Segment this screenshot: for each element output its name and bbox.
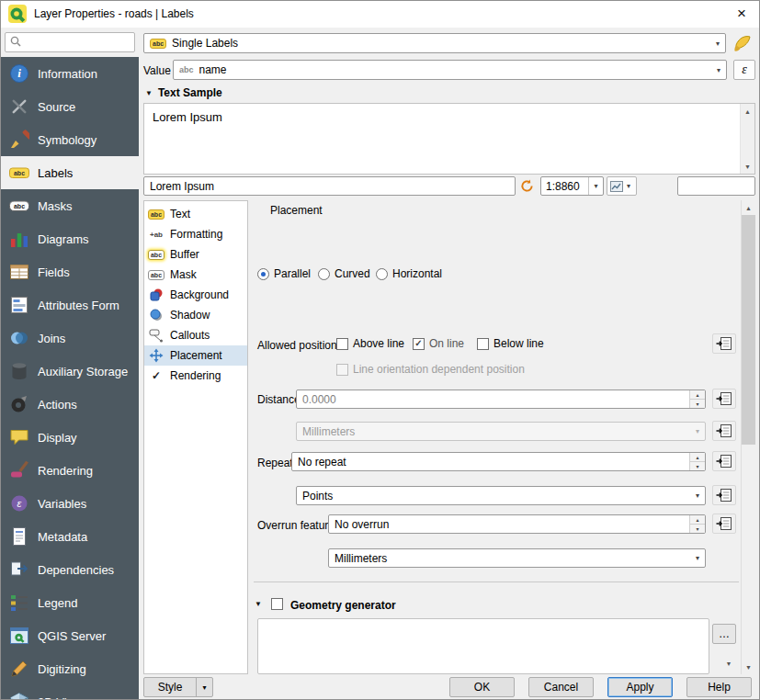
tab-mask[interactable]: abc Mask: [144, 265, 247, 285]
scale-combo[interactable]: 1:8860 ▾: [540, 176, 604, 196]
sidebar-item-qgis-server[interactable]: QGIS Server: [0, 619, 139, 652]
shadow-icon: [147, 308, 165, 322]
3d-view-icon: [9, 692, 29, 700]
tab-formatting[interactable]: +ab Formatting: [144, 224, 247, 244]
preview-scrollbar[interactable]: ▲ ▼: [740, 104, 754, 174]
dd-distance-button[interactable]: [712, 389, 736, 409]
search-input[interactable]: [5, 32, 135, 52]
ok-button[interactable]: OK: [449, 677, 515, 697]
map-scale-icon: [610, 181, 623, 192]
sidebar-item-diagrams[interactable]: Diagrams: [0, 222, 139, 255]
distance-unit-select[interactable]: Millimeters ▾: [296, 422, 706, 441]
repeat-unit-select[interactable]: Points ▾: [296, 486, 706, 505]
sidebar-item-label: Information: [38, 67, 97, 81]
scroll-down-small-button[interactable]: ▼: [721, 656, 736, 671]
tab-placement[interactable]: Placement: [144, 345, 247, 366]
help-button[interactable]: Help: [686, 677, 752, 697]
sidebar-item-symbology[interactable]: Symbology: [0, 123, 139, 156]
checkbox-above-line[interactable]: Above line: [336, 337, 404, 350]
text-sample-preview[interactable]: Lorem Ipsum ▲ ▼: [143, 103, 755, 175]
sidebar-item-auxiliary-storage[interactable]: Auxiliary Storage: [0, 355, 139, 388]
scroll-up-icon[interactable]: ▲: [742, 200, 755, 215]
sidebar-item-label: Dependencies: [38, 563, 114, 577]
sidebar-item-label: 3D View: [38, 695, 82, 700]
scroll-track[interactable]: [742, 445, 755, 660]
spin-up-icon[interactable]: ▴: [690, 453, 705, 462]
overrun-unit-select[interactable]: Millimeters ▾: [328, 548, 706, 568]
spin-up-icon[interactable]: ▴: [690, 515, 705, 525]
sidebar-item-3d-view[interactable]: 3D View: [0, 685, 139, 700]
distance-input[interactable]: 0.0000 ▴ ▾: [296, 390, 706, 409]
dd-overrun-button[interactable]: [712, 514, 736, 534]
tab-buffer[interactable]: abc Buffer: [144, 244, 247, 265]
radio-horizontal[interactable]: Horizontal: [376, 267, 442, 280]
checkbox-below-line[interactable]: Below line: [477, 337, 544, 350]
style-menu-button[interactable]: Style ▾: [143, 677, 213, 697]
sidebar-item-legend[interactable]: Legend: [0, 586, 139, 619]
tab-text[interactable]: abc Text: [144, 204, 247, 224]
dd-repeat-button[interactable]: [712, 451, 736, 471]
sidebar-item-rendering[interactable]: Rendering: [0, 454, 139, 487]
text-sample-header[interactable]: ▼ Text Sample: [145, 86, 222, 99]
sidebar-item-information[interactable]: i Information: [0, 57, 139, 90]
separator: [254, 581, 739, 582]
dd-distance-unit-button[interactable]: [712, 421, 736, 441]
scroll-thumb[interactable]: [742, 215, 755, 445]
tab-rendering[interactable]: ✓ Rendering: [144, 366, 247, 386]
sidebar-item-attributes-form[interactable]: Attributes Form: [0, 288, 139, 322]
scroll-up-icon[interactable]: ▲: [741, 104, 754, 119]
spin-down-icon[interactable]: ▾: [690, 462, 705, 470]
spin-down-icon[interactable]: ▾: [690, 525, 705, 533]
spin-up-icon[interactable]: ▴: [690, 390, 705, 400]
tab-label: Background: [170, 288, 229, 301]
tab-shadow[interactable]: Shadow: [144, 305, 247, 325]
labeling-settings-button[interactable]: [730, 31, 755, 55]
sidebar-item-source[interactable]: Source: [0, 90, 139, 123]
sidebar-item-dependencies[interactable]: Dependencies: [0, 553, 139, 586]
repeat-input[interactable]: No repeat ▴ ▾: [291, 452, 706, 471]
apply-button[interactable]: Apply: [607, 677, 673, 697]
sidebar-item-joins[interactable]: Joins: [0, 322, 139, 355]
sidebar-item-labels[interactable]: abc Labels: [0, 156, 139, 189]
sidebar-item-metadata[interactable]: Metadata: [0, 520, 139, 553]
checkbox-label: On line: [429, 337, 464, 350]
cancel-button[interactable]: Cancel: [528, 677, 594, 697]
expression-builder-button[interactable]: ε: [733, 60, 755, 80]
sidebar-item-digitizing[interactable]: Digitizing: [0, 652, 139, 685]
tab-background[interactable]: Background: [144, 285, 247, 305]
close-icon[interactable]: ×: [731, 3, 753, 25]
radio-parallel[interactable]: Parallel: [257, 267, 311, 280]
sidebar-item-variables[interactable]: ε Variables: [0, 487, 139, 520]
label-mode-select[interactable]: abc Single Labels ▾: [143, 33, 726, 53]
sidebar-item-fields[interactable]: Fields: [0, 255, 139, 288]
sidebar-item-actions[interactable]: Actions: [0, 388, 139, 421]
data-defined-icon: [716, 391, 732, 406]
spin-down-icon[interactable]: ▾: [690, 400, 705, 408]
spinner-arrows: ▴ ▾: [689, 453, 705, 470]
geometry-generator-checkbox[interactable]: [271, 598, 283, 610]
overrun-input[interactable]: No overrun ▴ ▾: [328, 514, 706, 534]
reset-sample-button[interactable]: [517, 176, 537, 196]
sidebar-item-label: Display: [38, 431, 77, 445]
panel-scrollbar[interactable]: ▲ ▼: [741, 200, 755, 674]
sidebar-item-display[interactable]: Display: [0, 421, 139, 454]
preview-background-swatch[interactable]: [677, 176, 755, 196]
chevron-down-icon[interactable]: ▾: [588, 177, 603, 195]
dd-repeat-unit-button[interactable]: [712, 485, 736, 505]
scroll-down-icon[interactable]: ▼: [741, 159, 754, 174]
scroll-track[interactable]: [741, 119, 754, 159]
scroll-down-icon[interactable]: ▼: [742, 660, 755, 674]
collapse-triangle-icon[interactable]: ▼: [255, 600, 262, 608]
qgis-logo-icon: [7, 4, 28, 24]
dd-allowed-positions-button[interactable]: [712, 333, 736, 354]
radio-curved[interactable]: Curved: [318, 267, 370, 280]
checkbox-on-line[interactable]: ✓ On line: [413, 337, 464, 350]
geometry-expression-button[interactable]: …: [712, 624, 736, 644]
checkbox-line-orientation[interactable]: Line orientation dependent position: [336, 363, 525, 376]
sidebar-item-masks[interactable]: abc Masks: [0, 189, 139, 222]
geometry-generator-expression[interactable]: [257, 618, 709, 674]
sample-text-input[interactable]: Lorem Ipsum: [143, 176, 516, 196]
value-field-select[interactable]: abc name ▾: [173, 60, 727, 80]
map-scale-button[interactable]: ▾: [607, 176, 637, 196]
tab-callouts[interactable]: Callouts: [144, 325, 247, 345]
